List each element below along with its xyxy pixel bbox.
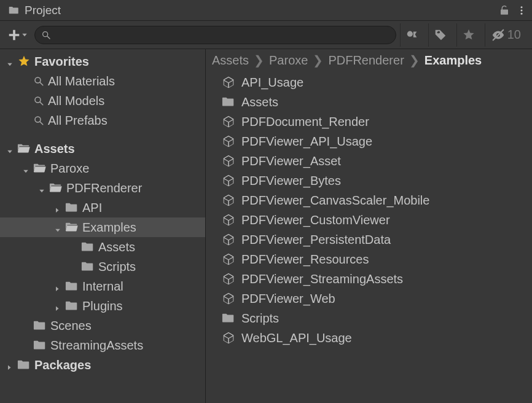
list-item[interactable]: PDFDocument_Render xyxy=(222,112,532,131)
favorite-label: All Prefabs xyxy=(48,114,108,128)
breadcrumb-item-current[interactable]: Examples xyxy=(422,53,484,68)
folder-streamingassets[interactable]: StreamingAssets xyxy=(0,335,205,355)
assets-root[interactable]: Assets xyxy=(0,139,205,158)
list-item-label: PDFViewer_StreamingAssets xyxy=(241,272,403,286)
filter-by-label-button[interactable] xyxy=(428,23,453,47)
star-icon xyxy=(462,28,475,42)
list-item[interactable]: PDFViewer_API_Usage xyxy=(222,131,532,151)
search-icon xyxy=(33,95,44,106)
favorite-filter-button[interactable] xyxy=(456,23,481,47)
tag-icon xyxy=(434,28,447,42)
shapes-icon xyxy=(405,28,419,42)
favorite-all-models[interactable]: All Models xyxy=(0,91,205,111)
list-item-label: PDFViewer_Asset xyxy=(241,154,341,168)
folder-icon xyxy=(33,338,47,352)
folder-internal[interactable]: Internal xyxy=(0,276,205,296)
folder-examples-assets[interactable]: Assets xyxy=(0,237,205,257)
folder-icon xyxy=(222,311,235,325)
folder-open-icon xyxy=(33,162,47,175)
folder-scenes[interactable]: Scenes xyxy=(0,316,205,335)
folder-open-icon xyxy=(17,142,31,155)
list-item-label: PDFViewer_Resources xyxy=(241,252,369,267)
chevron-right-icon: ❯ xyxy=(310,53,326,68)
favorite-label: All Models xyxy=(48,94,104,108)
list-item[interactable]: Scripts xyxy=(222,308,532,328)
folder-examples[interactable]: Examples xyxy=(0,217,205,237)
filter-by-type-button[interactable] xyxy=(400,23,424,47)
favorites-header[interactable]: Favorites xyxy=(0,52,205,71)
unity-icon xyxy=(222,76,235,89)
unity-icon xyxy=(222,213,235,227)
list-item-label: PDFViewer_CustomViewer xyxy=(241,213,390,227)
hidden-count-label: 10 xyxy=(507,28,521,42)
toolbar: 10 xyxy=(0,21,532,49)
packages-label: Packages xyxy=(34,358,91,372)
breadcrumb-item[interactable]: Paroxe xyxy=(267,53,310,68)
list-item[interactable]: PDFViewer_CanvasScaler_Mobile xyxy=(222,190,532,210)
breadcrumb-item[interactable]: PDFRenderer xyxy=(326,53,406,68)
folder-icon xyxy=(9,5,20,16)
plus-icon xyxy=(7,28,21,42)
folder-pdfrenderer[interactable]: PDFRenderer xyxy=(0,178,205,198)
list-item[interactable]: PDFViewer_StreamingAssets xyxy=(222,269,532,289)
list-item[interactable]: WebGL_API_Usage xyxy=(222,328,532,348)
unity-icon xyxy=(222,194,235,207)
create-button[interactable] xyxy=(5,26,31,44)
favorite-all-prefabs[interactable]: All Prefabs xyxy=(0,111,205,130)
folder-api[interactable]: API xyxy=(0,198,205,217)
project-tab[interactable]: Project xyxy=(5,0,67,20)
folder-label: Internal xyxy=(82,280,123,294)
list-item-label: PDFViewer_Web xyxy=(241,292,335,306)
folder-paroxe[interactable]: Paroxe xyxy=(0,158,205,178)
packages-root[interactable]: Packages xyxy=(0,355,205,375)
list-item[interactable]: PDFViewer_CustomViewer xyxy=(222,210,532,230)
folder-icon xyxy=(33,319,47,332)
folder-icon xyxy=(17,358,31,372)
list-item[interactable]: PDFViewer_PersistentData xyxy=(222,230,532,249)
folder-icon xyxy=(65,299,79,313)
unity-icon xyxy=(222,154,235,168)
list-item[interactable]: Assets xyxy=(222,92,532,112)
content-panel: Assets ❯ Paroxe ❯ PDFRenderer ❯ Examples… xyxy=(206,49,532,403)
title-bar: Project xyxy=(0,0,532,21)
favorite-all-materials[interactable]: All Materials xyxy=(0,71,205,91)
favorite-label: All Materials xyxy=(48,74,115,88)
star-icon xyxy=(17,55,31,68)
search-input[interactable] xyxy=(55,29,389,41)
unity-icon xyxy=(222,115,235,128)
eye-off-icon xyxy=(491,28,505,42)
breadcrumb-item[interactable]: Assets xyxy=(209,53,251,68)
list-item[interactable]: PDFViewer_Web xyxy=(222,289,532,308)
folder-label: Scenes xyxy=(50,319,92,333)
folder-examples-scripts[interactable]: Scripts xyxy=(0,257,205,276)
folder-open-icon xyxy=(49,181,63,195)
list-item[interactable]: PDFViewer_Resources xyxy=(222,249,532,269)
search-icon xyxy=(41,30,51,40)
unity-icon xyxy=(222,292,235,305)
folder-label: API xyxy=(82,201,102,215)
unity-icon xyxy=(222,252,235,266)
list-item-label: Assets xyxy=(241,95,278,109)
dropdown-icon xyxy=(21,29,28,41)
folder-icon xyxy=(65,280,79,293)
list-item[interactable]: PDFViewer_Asset xyxy=(222,151,532,171)
list-item[interactable]: API_Usage xyxy=(222,72,532,92)
folder-label: Scripts xyxy=(98,260,136,274)
search-icon xyxy=(33,115,44,126)
search-field[interactable] xyxy=(34,26,396,44)
unity-icon xyxy=(222,135,235,148)
list-item[interactable]: PDFViewer_Bytes xyxy=(222,171,532,190)
folder-icon xyxy=(222,95,235,109)
more-icon[interactable] xyxy=(516,5,527,16)
folder-label: Plugins xyxy=(82,299,123,313)
search-icon xyxy=(33,76,44,87)
folder-tree: Favorites All Materials All Models All P… xyxy=(0,49,206,403)
folder-label: Assets xyxy=(98,240,135,254)
folder-icon xyxy=(81,240,95,254)
folder-open-icon xyxy=(65,221,79,234)
hidden-count-button[interactable]: 10 xyxy=(485,23,527,47)
content-list: API_UsageAssetsPDFDocument_RenderPDFView… xyxy=(206,71,532,403)
folder-plugins[interactable]: Plugins xyxy=(0,296,205,316)
unlock-icon[interactable] xyxy=(499,5,510,16)
list-item-label: WebGL_API_Usage xyxy=(241,331,352,345)
